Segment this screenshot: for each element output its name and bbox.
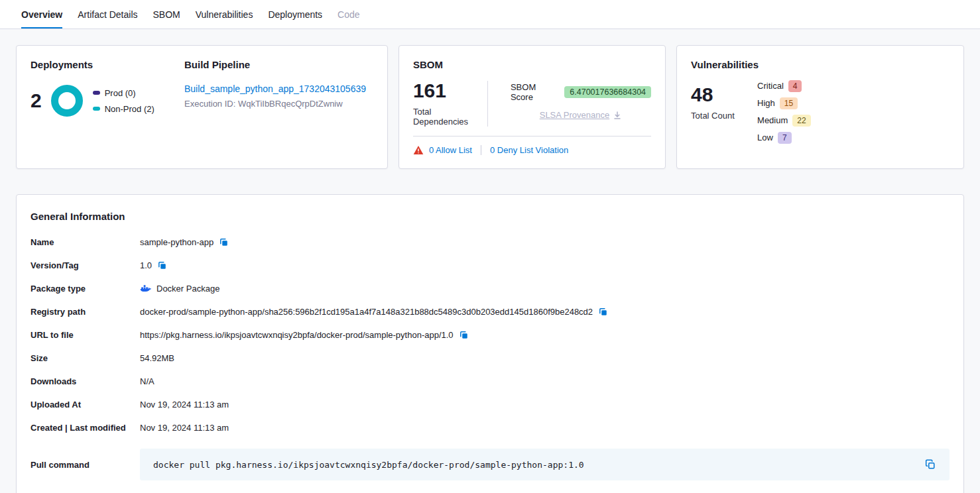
legend-item-prod: Prod (0) bbox=[93, 88, 154, 98]
slsa-provenance-row: SLSA Provenance bbox=[511, 110, 651, 120]
sbom-score-label: SBOM Score bbox=[511, 82, 559, 102]
copy-pull-command-button[interactable] bbox=[924, 459, 936, 470]
tab-code[interactable]: Code bbox=[337, 0, 359, 28]
info-label: Downloads bbox=[31, 376, 140, 386]
tab-deployments[interactable]: Deployments bbox=[268, 0, 322, 28]
severity-count-badge-critical: 4 bbox=[788, 80, 802, 92]
info-value-group: docker-prod/sample-python-app/sha256:596… bbox=[140, 307, 608, 317]
info-value-group: 1.0 bbox=[140, 260, 167, 270]
info-value: 1.0 bbox=[140, 260, 152, 270]
pull-command-block: docker pull pkg.harness.io/ikpsjoavtcwxn… bbox=[140, 449, 949, 480]
severity-label-medium: Medium bbox=[757, 115, 788, 125]
vulnerabilities-card: Vulnerabilities 48 Total Count Critical … bbox=[676, 45, 964, 169]
vertical-divider bbox=[487, 81, 488, 127]
info-label: Registry path bbox=[31, 307, 140, 317]
severity-label-high: High bbox=[757, 98, 775, 108]
sbom-totals: 161 Total Dependencies bbox=[413, 81, 487, 127]
severity-row-high: High 15 bbox=[757, 97, 811, 109]
deployments-card: Deployments 2 Prod (0) Non-Prod (2) bbox=[16, 45, 388, 169]
sbom-top-section: 161 Total Dependencies SBOM Score 6.4700… bbox=[413, 81, 651, 127]
vulnerabilities-body: 48 Total Count Critical 4 High 15 Medium… bbox=[691, 80, 949, 144]
info-label: Package type bbox=[31, 284, 140, 294]
info-row-pull-command: Pull command docker pull pkg.harness.io/… bbox=[31, 449, 949, 480]
info-row-created-modified: Created | Last modified Nov 19, 2024 11:… bbox=[31, 416, 949, 439]
sbom-card: SBOM 161 Total Dependencies SBOM Score 6… bbox=[398, 45, 666, 169]
copy-icon bbox=[924, 459, 936, 470]
tab-artifact-details[interactable]: Artifact Details bbox=[78, 0, 137, 28]
severity-count-badge-high: 15 bbox=[780, 97, 798, 109]
info-value-group: Nov 19, 2024 11:13 am bbox=[140, 400, 229, 410]
general-information-rows: Name sample-python-app Version/Tag bbox=[31, 231, 949, 480]
sbom-title: SBOM bbox=[413, 59, 651, 70]
overview-content: Deployments 2 Prod (0) Non-Prod (2) bbox=[0, 29, 980, 493]
info-row-registry-path: Registry path docker-prod/sample-python-… bbox=[31, 300, 949, 323]
info-value-group: N/A bbox=[140, 376, 154, 386]
vulnerabilities-totals: 48 Total Count bbox=[691, 80, 757, 144]
slsa-provenance-link[interactable]: SLSA Provenance bbox=[540, 110, 610, 120]
info-row-url: URL to file https://pkg.harness.io/ikpsj… bbox=[31, 323, 949, 347]
copy-registry-path-button[interactable] bbox=[598, 307, 608, 317]
deployments-stats: 2 Prod (0) Non-Prod (2) bbox=[31, 85, 184, 117]
info-label: Size bbox=[31, 353, 140, 363]
info-value-group: Docker Package bbox=[140, 284, 219, 294]
info-value: Nov 19, 2024 11:13 am bbox=[140, 400, 229, 410]
info-row-downloads: Downloads N/A bbox=[31, 370, 949, 393]
info-value-group: https://pkg.harness.io/ikpsjoavtcwxnqisy… bbox=[140, 330, 469, 340]
severity-label-low: Low bbox=[757, 133, 773, 142]
severity-row-medium: Medium 22 bbox=[757, 114, 811, 127]
severity-row-low: Low 7 bbox=[757, 131, 811, 144]
info-label: Name bbox=[31, 237, 140, 247]
docker-icon bbox=[140, 284, 151, 293]
copy-icon bbox=[459, 330, 469, 340]
info-label: Pull command bbox=[31, 460, 140, 470]
warning-icon bbox=[413, 145, 424, 155]
info-value: N/A bbox=[140, 376, 154, 386]
allow-list-link[interactable]: 0 Allow List bbox=[429, 145, 472, 155]
info-label: URL to file bbox=[31, 330, 140, 340]
info-label: Version/Tag bbox=[31, 260, 140, 270]
deny-list-link[interactable]: 0 Deny List Violation bbox=[490, 145, 568, 155]
deployments-count: 2 bbox=[31, 91, 42, 111]
vulnerabilities-total-count: 48 bbox=[691, 85, 757, 105]
info-value: https://pkg.harness.io/ikpsjoavtcwxnqisy… bbox=[140, 330, 454, 340]
general-information-title: General Information bbox=[31, 211, 949, 222]
tab-overview[interactable]: Overview bbox=[21, 0, 62, 28]
build-pipeline-link[interactable]: Build_sample_python_app_1732043105639 bbox=[184, 83, 366, 94]
deployments-title: Deployments bbox=[31, 59, 184, 70]
legend-label-nonprod: Non-Prod (2) bbox=[105, 104, 154, 114]
sbom-score-row: SBOM Score 6.470017636684304 bbox=[511, 82, 651, 102]
copy-icon bbox=[157, 260, 167, 270]
execution-id-text: Execution ID: WqkTiIbBRqecQrpDtZwniw bbox=[184, 99, 373, 109]
sbom-total-label: Total Dependencies bbox=[413, 107, 487, 127]
severity-list: Critical 4 High 15 Medium 22 Low 7 bbox=[757, 80, 811, 144]
info-label: Uploaded At bbox=[31, 400, 140, 410]
vulnerabilities-title: Vulnerabilities bbox=[691, 59, 949, 70]
deployments-donut-chart bbox=[51, 85, 83, 117]
copy-icon bbox=[598, 307, 608, 317]
legend-label-prod: Prod (0) bbox=[105, 88, 136, 98]
info-value: docker-prod/sample-python-app/sha256:596… bbox=[140, 307, 593, 317]
copy-url-button[interactable] bbox=[459, 330, 469, 340]
link-separator bbox=[481, 145, 481, 155]
info-row-version: Version/Tag 1.0 bbox=[31, 254, 949, 277]
copy-name-button[interactable] bbox=[219, 237, 229, 247]
info-row-name: Name sample-python-app bbox=[31, 231, 949, 254]
info-value-group: 54.92MB bbox=[140, 353, 174, 363]
info-value-group: sample-python-app bbox=[140, 237, 229, 247]
info-value: Nov 19, 2024 11:13 am bbox=[140, 423, 229, 433]
info-value-group: Nov 19, 2024 11:13 am bbox=[140, 423, 229, 433]
deployments-legend: Prod (0) Non-Prod (2) bbox=[93, 88, 154, 114]
pull-command-text: docker pull pkg.harness.io/ikpsjoavtcwxn… bbox=[153, 460, 584, 470]
copy-icon bbox=[219, 237, 229, 247]
sbom-policy-row: 0 Allow List 0 Deny List Violation bbox=[413, 137, 651, 155]
tab-sbom[interactable]: SBOM bbox=[153, 0, 180, 28]
severity-count-badge-medium: 22 bbox=[792, 115, 810, 127]
prod-color-dot bbox=[93, 91, 100, 95]
tab-vulnerabilities[interactable]: Vulnerabilities bbox=[196, 0, 253, 28]
copy-version-button[interactable] bbox=[157, 260, 167, 270]
build-pipeline-section: Build Pipeline Build_sample_python_app_1… bbox=[184, 59, 373, 155]
info-row-uploaded-at: Uploaded At Nov 19, 2024 11:13 am bbox=[31, 393, 949, 416]
severity-row-critical: Critical 4 bbox=[757, 80, 811, 92]
info-row-package-type: Package type Docker Package bbox=[31, 277, 949, 300]
info-label: Created | Last modified bbox=[31, 423, 140, 433]
